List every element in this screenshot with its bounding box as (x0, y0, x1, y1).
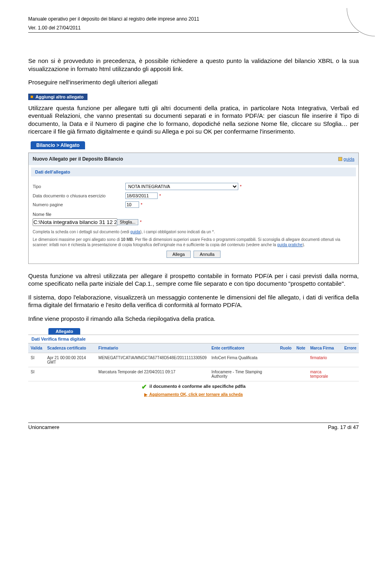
sfoglia-button[interactable]: Sfoglia... (117, 219, 138, 225)
paragraph-2: Proseguire nell'inserimento degli ulteri… (28, 78, 359, 86)
attachment-panel: Bilancio > Allegato Nuovo Allegato per i… (28, 141, 359, 264)
verify-panel: Allegato Dati Verifica firma digitale Va… (28, 328, 359, 398)
table-row: SI Apr 21 00:00:00 2014 GMT MENEGATTI/CA… (28, 353, 359, 367)
paragraph-6: Infine viene proposto il rimando alla Sc… (28, 315, 359, 323)
guida-pratiche-link[interactable]: guida pratiche (277, 243, 303, 247)
required-mark: * (141, 202, 142, 207)
nomefile-input[interactable] (33, 218, 117, 226)
table-row: SI Marcatura Temporale del 22/04/2011 09… (28, 367, 359, 381)
verify-tab: Allegato (48, 328, 80, 335)
paragraph-3: Utilizzare questa funzione per allegare … (28, 104, 359, 136)
triangle-icon: ▶ (144, 392, 148, 397)
doc-version: Ver. 1.00 del 27/04/2011 (28, 25, 359, 31)
allega-button[interactable]: Allega (166, 251, 191, 258)
footer-left: Unioncamere (28, 424, 59, 430)
data-label: Data documento o chiusura esercizio (33, 193, 125, 198)
pagine-input[interactable] (125, 201, 139, 208)
col-valida: Valida (28, 343, 45, 353)
required-mark: * (140, 220, 141, 224)
help-text-1: Completa la scheda con i dettagli sul do… (33, 229, 354, 234)
footer-right: Pag. 17 di 47 (328, 424, 359, 430)
data-input[interactable] (125, 193, 158, 199)
tipo-label: Tipo (33, 184, 125, 189)
nomefile-label: Nome file (33, 212, 354, 217)
add-attachment-button[interactable]: Aggiungi altro allegato (28, 94, 87, 100)
page-header: Manuale operativo per il deposito dei bi… (28, 16, 359, 33)
help-text-2: Le dimensioni massime per ogni allegato … (33, 237, 354, 247)
required-mark: * (159, 193, 161, 198)
verify-table: Valida Scadenza certificato Firmatario E… (28, 343, 359, 381)
guida-link-inline[interactable]: guida (130, 230, 140, 234)
conforme-msg: ✔ il documento è conforme alle specifich… (28, 381, 359, 392)
col-firmatario: Firmatario (96, 343, 209, 353)
check-icon: ✔ (141, 383, 147, 390)
pagine-label: Numero pagine (33, 202, 125, 207)
annulla-button[interactable]: Annulla (194, 251, 221, 258)
panel-breadcrumb: Bilancio > Allegato (31, 141, 85, 149)
corner-decoration (347, 8, 375, 36)
bullet-icon (31, 96, 33, 98)
paragraph-1: Se non si è provveduto in precedenza, è … (28, 57, 359, 73)
section-header: Dati dell'allegato (31, 167, 356, 176)
page-footer: Unioncamere Pag. 17 di 47 (28, 423, 359, 430)
col-note: Note (294, 343, 308, 353)
col-errore: Errore (342, 343, 359, 353)
guide-link[interactable]: guida (343, 157, 354, 161)
tipo-select[interactable]: NOTA INTEGRATIVA (125, 183, 238, 190)
col-ente: Ente certificatore (209, 343, 278, 353)
paragraph-4: Questa funzione va altresì utilizzata pe… (28, 272, 359, 288)
panel-subtitle: Nuovo Allegato per il Deposito Bilancio (33, 156, 123, 162)
col-ruolo: Ruolo (278, 343, 294, 353)
col-marca: Marca Firma (308, 343, 342, 353)
guide-icon (338, 157, 342, 161)
doc-title: Manuale operativo per il deposito dei bi… (28, 16, 359, 22)
paragraph-5: Il sistema, dopo l'elaborazione, visuali… (28, 293, 359, 309)
required-mark: * (240, 184, 241, 189)
col-scadenza: Scadenza certificato (45, 343, 96, 353)
aggiornamento-ok-link[interactable]: ▶ Aggiornamento OK, click per tornare al… (28, 392, 359, 398)
verify-head: Dati Verifica firma digitale (28, 335, 359, 343)
add-attachment-label: Aggiungi altro allegato (35, 94, 83, 99)
